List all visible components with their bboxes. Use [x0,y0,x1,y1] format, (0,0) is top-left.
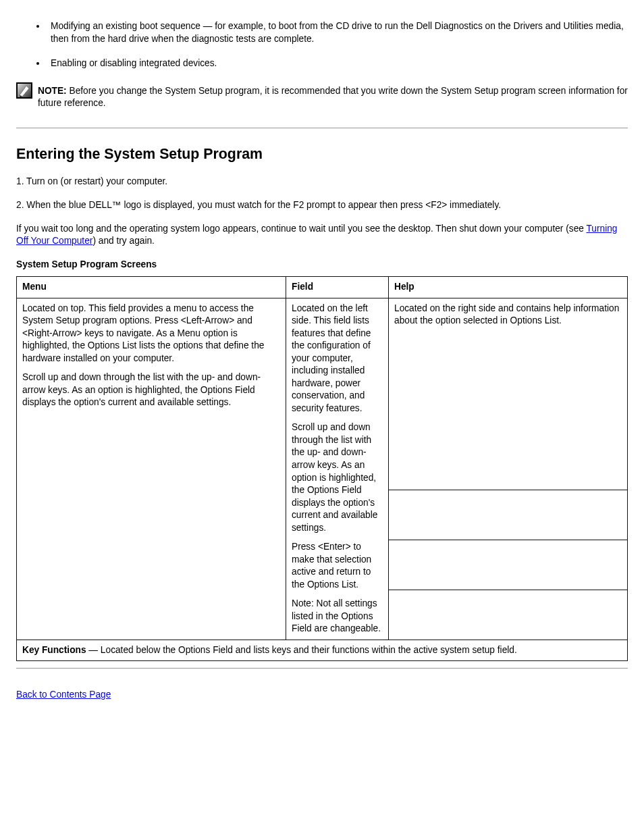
cell-key-functions: Key Functions — Located below the Option… [17,640,628,661]
note-text: NOTE: Before you change the System Setup… [38,82,628,110]
table-row: Located on top. This field provides a me… [17,298,628,490]
note-icon [16,82,32,99]
th-field: Field [286,277,389,298]
bullet-1: Modifying an existing boot sequence — fo… [47,20,628,45]
table-caption: System Setup Program Screens [16,259,628,271]
th-help: Help [389,277,628,298]
table-header-row: Menu Field Help [17,277,628,298]
para-suffix: ) and try again. [92,236,155,246]
bullet-2: Enabling or disabling integrated devices… [47,57,628,70]
note-label: NOTE: [38,86,67,96]
system-setup-table: Menu Field Help Located on top. This fie… [16,276,628,661]
cell-menu-desc: Located on top. This field provides a me… [17,298,286,640]
cell-help-4 [389,590,628,640]
note-body: Before you change the System Setup progr… [38,86,628,109]
divider-1 [16,128,628,128]
cell-help-desc: Located on the right side and contains h… [389,298,628,490]
table-row-keyfn: Key Functions — Located below the Option… [17,640,628,661]
cell-help-3 [389,540,628,590]
th-menu: Menu [17,277,286,298]
intro-bullets: Modifying an existing boot sequence — fo… [16,20,628,70]
section-heading: Entering the System Setup Program [16,145,628,164]
para-prefix: If you wait too long and the operating s… [16,224,586,234]
back-link[interactable]: Back to Contents Page [16,689,111,702]
cell-field-desc: Located on the left side. This field lis… [286,298,389,640]
cell-help-2 [389,490,628,540]
divider-2 [16,668,628,669]
para-after-steps: If you wait too long and the operating s… [16,223,628,248]
note-block: NOTE: Before you change the System Setup… [16,82,628,110]
step-1: 1. Turn on (or restart) your computer. [16,176,628,188]
step-2: 2. When the blue DELL™ logo is displayed… [16,199,628,212]
